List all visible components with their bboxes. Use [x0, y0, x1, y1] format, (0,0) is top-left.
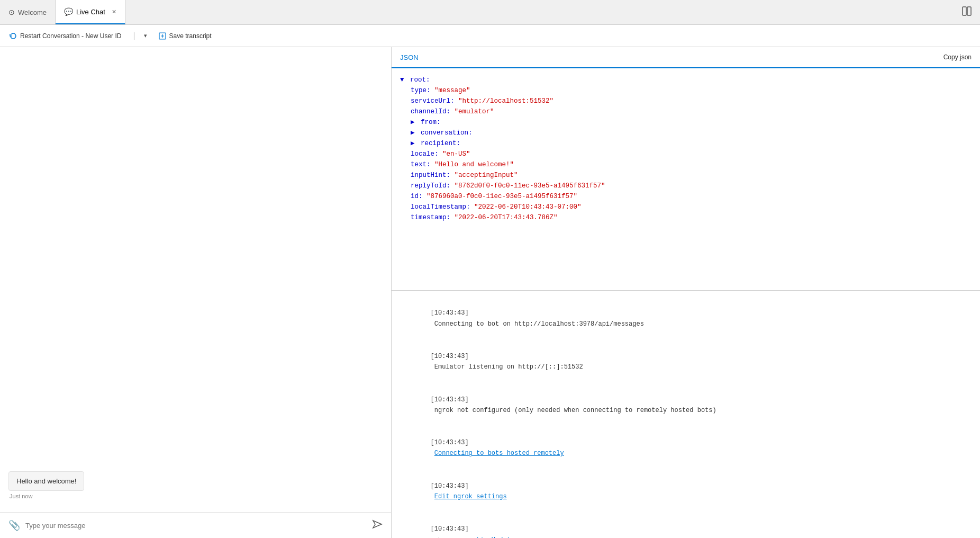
toolbar-separator: | [133, 31, 135, 41]
tab-bar: ⊙ Welcome 💬 Live Chat ✕ [0, 0, 980, 25]
json-conversation: ▶ conversation: [400, 128, 972, 138]
log-link-conversation-update[interactable]: conversationUpdate [446, 536, 514, 538]
json-locale: locale: "en-US" [400, 149, 972, 159]
chat-input-area: 📎 [0, 512, 391, 538]
tab-live-chat[interactable]: 💬 Live Chat ✕ [56, 0, 125, 24]
attach-icon[interactable]: 📎 [8, 519, 20, 531]
json-timestamp: timestamp: "2022-06-20T17:43:43.786Z" [400, 212, 972, 223]
root-expand[interactable]: ▼ [400, 76, 404, 84]
save-icon [159, 32, 166, 40]
dropdown-arrow[interactable]: ▾ [144, 32, 147, 39]
message-container: Hello and welcome! Just now [8, 471, 383, 499]
json-type: type: "message" [400, 85, 972, 96]
save-transcript-button[interactable]: Save transcript [156, 30, 215, 42]
json-panel: JSON Copy json ▼ root: type: "message" s… [392, 47, 980, 291]
json-replytoid: replyToId: "8762d0f0-f0c0-11ec-93e5-a149… [400, 181, 972, 191]
message-text: Hello and welcome! [16, 477, 76, 485]
tab-welcome-label: Welcome [18, 8, 47, 16]
json-text: text: "Hello and welcome!" [400, 159, 972, 170]
svg-rect-1 [967, 7, 971, 15]
json-content: ▼ root: type: "message" serviceUrl: "htt… [392, 68, 980, 290]
chat-icon: 💬 [64, 7, 73, 16]
log-entry-5: [10:43:43] Edit ngrok settings [400, 470, 972, 513]
restart-conversation-button[interactable]: Restart Conversation - New User ID [6, 30, 124, 42]
chat-messages: Hello and welcome! Just now [0, 47, 391, 512]
recipient-expand[interactable]: ▶ [411, 140, 415, 147]
restart-icon [10, 32, 17, 40]
log-entry-2: [10:43:43] Emulator listening on http://… [400, 340, 972, 384]
json-root: ▼ root: [400, 75, 972, 85]
json-channelid: channelId: "emulator" [400, 106, 972, 117]
chat-input[interactable] [25, 522, 367, 530]
from-expand[interactable]: ▶ [411, 119, 415, 126]
json-inputhint: inputHint: "acceptingInput" [400, 170, 972, 181]
right-panel: JSON Copy json ▼ root: type: "message" s… [392, 47, 980, 538]
tab-close-icon[interactable]: ✕ [112, 8, 116, 15]
json-serviceurl: serviceUrl: "http://localhost:51532" [400, 96, 972, 106]
log-link-ngrok[interactable]: Edit ngrok settings [434, 493, 507, 500]
tab-live-chat-label: Live Chat [76, 8, 105, 16]
welcome-icon: ⊙ [8, 8, 15, 16]
json-localtimestamp: localTimestamp: "2022-06-20T10:43:43-07:… [400, 202, 972, 212]
save-label: Save transcript [169, 32, 212, 40]
toolbar: Restart Conversation - New User ID | ▾ S… [0, 25, 980, 47]
log-panel: [10:43:43] Connecting to bot on http://l… [392, 291, 980, 538]
message-bubble: Hello and welcome! [8, 471, 84, 491]
copy-json-button[interactable]: Copy json [943, 53, 972, 61]
json-id: id: "876960a0-f0c0-11ec-93e5-a1495f631f5… [400, 191, 972, 202]
json-header: JSON Copy json [392, 47, 980, 68]
main-content: Hello and welcome! Just now 📎 JSON Copy … [0, 47, 980, 538]
send-icon[interactable] [372, 519, 383, 532]
log-link-remote[interactable]: Connecting to bots hosted remotely [434, 450, 564, 457]
message-time: Just now [8, 493, 32, 499]
chat-panel: Hello and welcome! Just now 📎 [0, 47, 392, 538]
restart-label: Restart Conversation - New User ID [20, 32, 121, 40]
log-entry-1: [10:43:43] Connecting to bot on http://l… [400, 297, 972, 340]
tab-welcome[interactable]: ⊙ Welcome [0, 0, 56, 24]
json-recipient: ▶ recipient: [400, 138, 972, 149]
json-tab-label: JSON [400, 53, 419, 61]
log-entry-3: [10:43:43] ngrok not configured (only ne… [400, 383, 972, 427]
log-entry-4: [10:43:43] Connecting to bots hosted rem… [400, 427, 972, 470]
conversation-expand[interactable]: ▶ [411, 129, 415, 137]
split-view-icon[interactable] [954, 6, 980, 18]
svg-rect-0 [963, 7, 966, 15]
log-entry-6: [10:43:43] -> conversationUpdate [400, 513, 972, 538]
json-from: ▶ from: [400, 117, 972, 128]
